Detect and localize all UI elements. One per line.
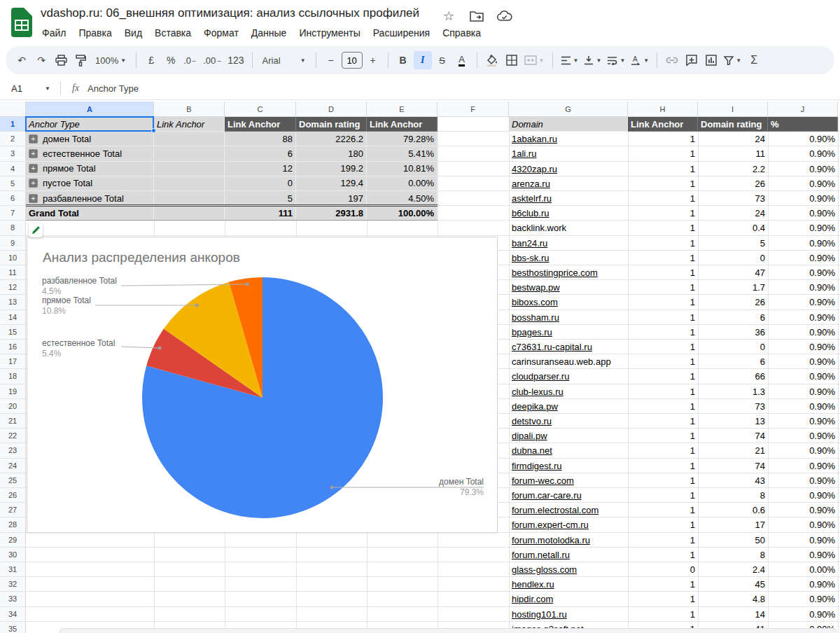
domain-link[interactable]: arenza.ru (509, 176, 628, 191)
domain-pct[interactable]: 0.90% (768, 592, 838, 606)
domain-link[interactable]: carinsuranseau.web.app (509, 354, 628, 369)
chart-edit-button[interactable] (29, 223, 43, 237)
pivot-link-anchor[interactable]: 12 (225, 162, 296, 176)
domain-rating[interactable]: 0.6 (698, 503, 768, 517)
row-header-26[interactable]: 26 (0, 488, 26, 503)
domain-link-anchor[interactable]: 1 (628, 340, 698, 354)
domain-pct[interactable]: 0.90% (768, 607, 838, 622)
domain-link[interactable]: firmdigest.ru (509, 459, 628, 473)
font-family-select[interactable]: Arial▼ (258, 51, 310, 69)
domain-link[interactable]: forum.expert-cm.ru (509, 517, 628, 532)
pivot-cell-empty[interactable] (154, 176, 225, 191)
domain-rating[interactable]: 17 (698, 517, 768, 532)
domain-link[interactable]: forum-wec.com (509, 473, 628, 488)
column-header-I[interactable]: I (698, 102, 768, 117)
domain-rating[interactable]: 47 (698, 265, 768, 280)
row-header-34[interactable]: 34 (0, 607, 26, 622)
italic-button[interactable]: I (414, 51, 432, 69)
row-header-31[interactable]: 31 (0, 562, 26, 577)
domain-link[interactable]: detstvo.ru (509, 414, 628, 429)
row-header-25[interactable]: 25 (0, 473, 26, 488)
expand-plus-button[interactable]: + (29, 149, 38, 158)
domain-link-anchor[interactable]: 1 (628, 607, 698, 622)
functions-button[interactable]: Σ (745, 51, 763, 69)
borders-button[interactable] (503, 51, 521, 69)
domain-rating[interactable]: 0.4 (698, 221, 768, 235)
domain-rating[interactable]: 13 (698, 414, 768, 429)
domain-link-anchor[interactable]: 1 (628, 473, 698, 488)
domain-link[interactable]: bestwap.pw (509, 280, 628, 295)
domain-pct[interactable]: 0.90% (768, 414, 838, 429)
domain-link[interactable]: bbs-sk.ru (509, 251, 628, 265)
row-header-9[interactable]: 9 (0, 236, 26, 251)
row-header-11[interactable]: 11 (0, 265, 26, 280)
menu-Расширения[interactable]: Расширения (368, 25, 435, 41)
row-header-13[interactable]: 13 (0, 295, 26, 309)
domain-rating[interactable]: 5 (698, 236, 768, 251)
domain-rating[interactable]: 6 (698, 310, 768, 325)
domain-pct[interactable]: 0.90% (768, 206, 838, 221)
domain-pct[interactable]: 0.90% (768, 325, 838, 340)
column-header-E[interactable]: E (367, 102, 438, 117)
pivot-cell-empty[interactable] (154, 146, 225, 161)
domain-link-anchor[interactable]: 1 (628, 191, 698, 206)
domain-link-anchor[interactable]: 1 (628, 548, 698, 562)
row-header-20[interactable]: 20 (0, 399, 26, 414)
format-percent-button[interactable]: % (162, 51, 180, 69)
domain-link[interactable]: forum.motolodka.ru (509, 533, 628, 548)
domain-rating[interactable]: 8 (698, 548, 768, 562)
cloud-saved-icon[interactable] (497, 8, 512, 24)
domain-link-anchor[interactable]: 1 (628, 206, 698, 221)
menu-Справка[interactable]: Справка (437, 25, 486, 41)
pivot-cell-empty[interactable] (154, 206, 225, 221)
column-header-C[interactable]: C (225, 102, 296, 117)
expand-plus-button[interactable]: + (29, 194, 38, 203)
domain-link-anchor[interactable]: 1 (628, 429, 698, 443)
domain-pct[interactable]: 0.90% (768, 191, 838, 206)
print-button[interactable] (52, 51, 70, 69)
domain-pct[interactable]: 0.90% (768, 354, 838, 369)
domain-rating[interactable]: 26 (698, 176, 768, 191)
horizontal-scrollbar[interactable] (59, 628, 836, 633)
bold-button[interactable]: B (394, 51, 412, 69)
row-header-19[interactable]: 19 (0, 384, 26, 399)
zoom-control[interactable]: 100%▼ (91, 51, 130, 69)
domain-dark-header-j[interactable]: % (768, 117, 838, 132)
domain-pct[interactable]: 0.90% (768, 488, 838, 503)
domain-link-anchor[interactable]: 1 (628, 236, 698, 251)
undo-button[interactable]: ↶ (13, 51, 31, 69)
domain-link[interactable]: ban24.ru (509, 236, 628, 251)
grand-total-link-anchor[interactable]: 111 (225, 206, 296, 221)
domain-link-anchor[interactable]: 1 (628, 251, 698, 265)
domain-rating[interactable]: 73 (698, 191, 768, 206)
domain-pct[interactable]: 0.90% (768, 265, 838, 280)
domain-link-anchor[interactable]: 1 (628, 325, 698, 340)
select-all-corner[interactable] (0, 102, 26, 117)
column-header-H[interactable]: H (628, 102, 698, 117)
domain-rating[interactable]: 24 (698, 206, 768, 221)
menu-Файл[interactable]: Файл (36, 25, 71, 41)
text-color-button[interactable]: A (453, 51, 471, 69)
row-header-18[interactable]: 18 (0, 369, 26, 384)
row-header-27[interactable]: 27 (0, 503, 26, 517)
domain-pct[interactable]: 0.90% (768, 340, 838, 354)
domain-pct[interactable]: 0.90% (768, 429, 838, 443)
domain-link-anchor[interactable]: 1 (628, 310, 698, 325)
menu-Данные[interactable]: Данные (246, 25, 293, 41)
domain-pct[interactable]: 0.90% (768, 280, 838, 295)
grand-total-pct[interactable]: 100.00% (367, 206, 438, 221)
pivot-pct[interactable]: 5.41% (367, 146, 438, 161)
row-header-22[interactable]: 22 (0, 429, 26, 443)
domain-rating[interactable]: 43 (698, 473, 768, 488)
embedded-pie-chart[interactable]: Анализ распределения анкоров разбавленно… (27, 237, 498, 533)
domain-pct[interactable]: 0.90% (768, 221, 838, 235)
domain-link[interactable]: forum.electrostal.com (509, 503, 628, 517)
domain-link[interactable]: 4320zap.ru (509, 162, 628, 176)
row-header-10[interactable]: 10 (0, 251, 26, 265)
column-header-F[interactable]: F (438, 102, 509, 117)
expand-plus-button[interactable]: + (29, 134, 38, 144)
domain-link-anchor[interactable]: 1 (628, 488, 698, 503)
domain-rating[interactable]: 26 (698, 295, 768, 309)
domain-rating[interactable]: 0 (698, 340, 768, 354)
domain-link-anchor[interactable]: 1 (628, 295, 698, 309)
